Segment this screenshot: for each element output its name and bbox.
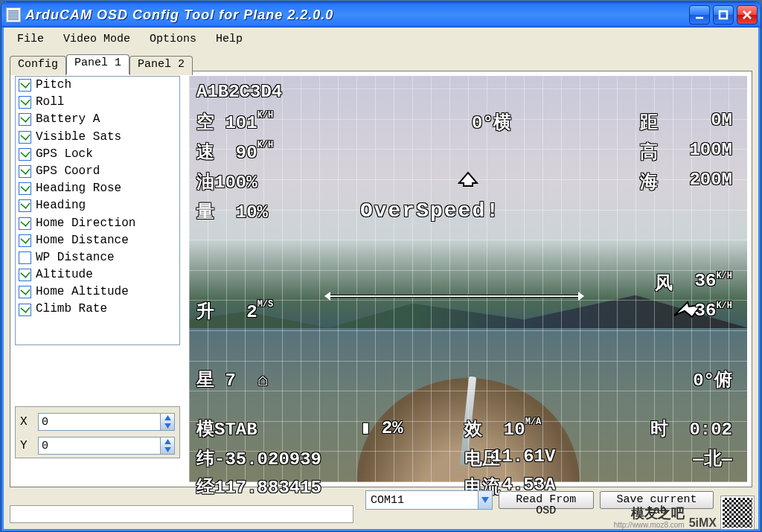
menu-help[interactable]: Help [207,31,252,47]
check-label: Home Direction [36,217,135,231]
check-item-heading-rose[interactable]: Heading Rose [16,180,179,197]
checkbox-6[interactable] [19,182,31,195]
tab-panel-1[interactable]: Panel 1 [66,54,129,74]
x-label: X [20,416,38,428]
dropdown-icon[interactable] [478,491,492,509]
checkbox-10[interactable] [19,251,31,264]
check-label: Heading Rose [36,182,121,196]
checkbox-8[interactable] [19,217,31,230]
check-label: Climb Rate [36,302,107,316]
check-item-wp-distance[interactable]: WP Distance [16,249,179,266]
qr-code-icon [721,496,754,529]
xy-panel: X Y [15,406,180,458]
checkbox-2[interactable] [19,113,31,126]
osd-preview[interactable]: A1B2C3D4 空 101K/H 速 90K/H 油100% 量 10% 0°… [189,76,747,482]
check-item-roll[interactable]: Roll [16,94,179,111]
checkbox-3[interactable] [19,131,31,144]
x-up-icon[interactable] [161,414,174,422]
com-select[interactable]: COM11 [365,490,493,510]
checkbox-9[interactable] [19,234,31,247]
checkbox-12[interactable] [19,286,31,298]
minimize-button[interactable] [689,5,710,25]
check-item-home-distance[interactable]: Home Distance [16,232,179,249]
y-input[interactable] [38,437,161,455]
check-item-home-altitude[interactable]: Home Altitude [16,283,179,301]
window-title: ArduCAM OSD Config Tool for Plane 2.2.0.… [25,8,689,22]
osd-roll: 0°横 [472,110,511,134]
y-down-icon[interactable] [161,446,174,454]
check-label: Home Distance [36,234,129,248]
checkbox-7[interactable] [19,199,31,212]
menubar: File Video Mode Options Help [4,28,758,50]
check-label: GPS Lock [36,147,93,161]
check-item-altitude[interactable]: Altitude [16,266,179,283]
y-up-icon[interactable] [161,438,174,446]
read-button[interactable]: Read From OSD [499,491,594,509]
watermark: 模友之吧 http://www.moz8.com 5iMX [614,496,754,529]
check-label: WP Distance [36,251,115,265]
com-value: COM11 [366,493,478,507]
checkbox-4[interactable] [19,148,31,161]
menu-video-mode[interactable]: Video Mode [54,31,139,47]
check-label: Home Altitude [36,285,129,299]
y-label: Y [20,440,38,452]
menu-file[interactable]: File [8,31,53,47]
check-item-heading[interactable]: Heading [16,197,179,214]
x-input[interactable] [38,413,161,431]
tab-config[interactable]: Config [10,56,66,75]
check-label: Pitch [36,78,71,92]
check-label: Altitude [36,268,93,282]
titlebar[interactable]: ArduCAM OSD Config Tool for Plane 2.2.0.… [1,2,761,28]
checkbox-13[interactable] [19,304,31,316]
osd-wind-label: 风 [655,271,673,295]
check-label: Roll [36,95,64,109]
checkbox-1[interactable] [19,96,31,109]
x-down-icon[interactable] [161,422,174,430]
check-item-home-direction[interactable]: Home Direction [16,215,179,232]
tab-panel-2[interactable]: Panel 2 [129,56,193,75]
check-item-gps-coord[interactable]: GPS Coord [16,163,179,180]
checkbox-0[interactable] [19,79,31,92]
check-label: Visible Sats [36,130,121,144]
app-icon [6,7,21,22]
check-item-battery-a[interactable]: Battery A [16,111,179,128]
check-item-climb-rate[interactable]: Climb Rate [16,301,179,318]
tab-content: PitchRollBattery AVisible SatsGPS LockGP… [10,71,752,487]
svg-rect-0 [720,11,727,19]
checkbox-5[interactable] [19,165,31,178]
osd-pitch: 0°俯 [693,368,732,391]
check-label: GPS Coord [36,164,100,179]
checkbox-11[interactable] [19,269,31,281]
menu-options[interactable]: Options [141,31,205,47]
check-item-visible-sats[interactable]: Visible Sats [16,129,179,146]
app-window: ArduCAM OSD Config Tool for Plane 2.2.0.… [1,1,761,532]
y-spinner[interactable] [38,437,175,455]
check-item-gps-lock[interactable]: GPS Lock [16,146,179,163]
gps-lock-icon: ⌂ [257,371,268,391]
panel-checklist[interactable]: PitchRollBattery AVisible SatsGPS LockGP… [15,76,180,345]
check-item-pitch[interactable]: Pitch [16,77,179,94]
check-label: Heading [36,199,86,213]
maximize-button[interactable] [713,5,734,25]
check-label: Battery A [36,112,100,126]
close-button[interactable] [737,5,758,25]
osd-char-test: A1B2C3D4 [196,82,282,102]
osd-warning: OverSpeed! [360,199,500,222]
status-bar[interactable] [10,505,353,523]
x-spinner[interactable] [38,413,175,431]
